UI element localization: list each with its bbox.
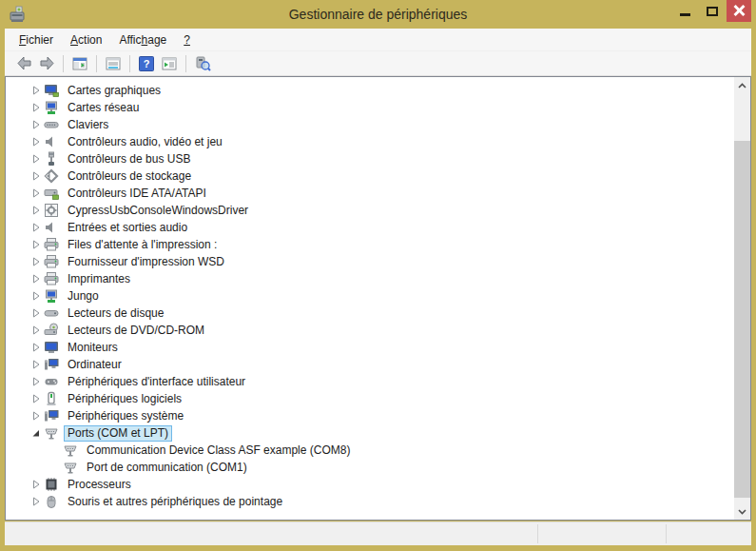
mouse-icon — [44, 494, 59, 509]
expander-icon[interactable] — [29, 494, 44, 509]
menu-item-fichier[interactable]: Fichier — [10, 30, 62, 49]
expander-icon[interactable] — [29, 117, 44, 132]
tree-item-cartes-reseau[interactable]: Cartes réseau — [6, 99, 734, 116]
tree-item-peripheriques-d-interface-utilisateur[interactable]: Périphériques d'interface utilisateur — [6, 373, 734, 390]
expander-icon[interactable] — [29, 323, 44, 338]
expander-icon[interactable] — [29, 408, 44, 423]
network-adapter-icon — [44, 288, 59, 304]
tree-item-label: Entrées et sorties audio — [64, 220, 191, 236]
expander-icon[interactable] — [29, 134, 44, 149]
toolbar-separator — [63, 55, 64, 72]
tree-item-lecteurs-de-disque[interactable]: Lecteurs de disque — [6, 305, 734, 322]
tree-item-controleurs-de-bus-usb[interactable]: Contrôleurs de bus USB — [6, 150, 734, 167]
tree-item-ordinateur[interactable]: Ordinateur — [6, 356, 734, 373]
tree-item-label: Cartes réseau — [64, 100, 143, 116]
tree-item-label: Périphériques logiciels — [64, 391, 185, 407]
tree-item-entrees-et-sorties-audio[interactable]: Entrées et sorties audio — [6, 219, 734, 236]
menu-item-action[interactable]: Action — [62, 30, 110, 49]
device-list-button[interactable] — [158, 53, 181, 74]
maximize-icon — [707, 7, 718, 16]
computer-icon — [44, 408, 59, 423]
tree-item-lecteurs-de-dvd-cd-rom[interactable]: Lecteurs de DVD/CD-ROM — [6, 322, 734, 339]
cd-drive-icon — [44, 323, 59, 338]
scan-hardware-changes-button[interactable] — [191, 53, 214, 74]
tree-item-label: CypressUsbConsoleWindowsDriver — [64, 203, 252, 219]
expander-icon[interactable] — [29, 425, 44, 441]
properties-button[interactable] — [102, 53, 125, 74]
properties-icon — [106, 56, 121, 71]
tree-item-jungo[interactable]: Jungo — [6, 287, 734, 305]
tree-item-ports-com-et-lpt[interactable]: Ports (COM et LPT) — [6, 424, 734, 442]
expander-icon[interactable] — [29, 305, 44, 321]
menubar: FichierActionAffichage? — [5, 29, 751, 51]
tree-item-communication-device-class-asf-example-com8[interactable]: Communication Device Class ASF example (… — [6, 442, 734, 459]
show-console-tree-button[interactable] — [68, 53, 91, 74]
tree-item-fournisseur-d-impression-wsd[interactable]: Fournisseur d'impression WSD — [6, 253, 734, 270]
toolbar-separator — [129, 55, 130, 72]
tree-item-label: Lecteurs de disque — [64, 305, 167, 322]
hid-icon — [44, 374, 59, 389]
tree-item-controleurs-de-stockage[interactable]: Contrôleurs de stockage — [6, 167, 734, 185]
expander-placeholder — [48, 443, 63, 458]
tree-item-files-d-attente-a-l-impression[interactable]: Files d'attente à l'impression : — [6, 236, 734, 253]
tree-item-controleurs-ide-ata-atapi[interactable]: Contrôleurs IDE ATA/ATAPI — [6, 185, 734, 202]
titlebar: Gestionnaire de périphériques — [0, 0, 756, 29]
minimize-button[interactable] — [671, 0, 699, 22]
forward-button[interactable] — [35, 53, 58, 74]
network-adapter-icon — [44, 100, 59, 115]
tree-item-label: Claviers — [64, 117, 112, 133]
tree-item-peripheriques-systeme[interactable]: Périphériques système — [6, 407, 734, 424]
tree-item-label: Contrôleurs audio, vidéo et jeu — [64, 134, 226, 150]
device-tree-panel: Cartes graphiques Cartes réseau Claviers… — [5, 76, 751, 521]
menu-item-help[interactable]: ? — [175, 30, 199, 49]
expander-icon[interactable] — [29, 374, 44, 389]
tree-item-moniteurs[interactable]: Moniteurs — [6, 339, 734, 356]
tree-item-controleurs-audio-video-et-jeu[interactable]: Contrôleurs audio, vidéo et jeu — [6, 133, 734, 150]
tree-item-peripheriques-logiciels[interactable]: Périphériques logiciels — [6, 390, 734, 407]
vertical-scrollbar[interactable] — [734, 77, 750, 520]
printer-icon — [44, 254, 59, 269]
expander-icon[interactable] — [29, 100, 44, 115]
tree-item-label: Périphériques d'interface utilisateur — [64, 374, 249, 390]
usb-icon — [44, 151, 59, 167]
tree-item-souris-et-autres-peripheriques-de-pointage[interactable]: Souris et autres périphériques de pointa… — [6, 493, 734, 510]
tree-item-claviers[interactable]: Claviers — [6, 116, 734, 133]
scroll-up-icon[interactable] — [734, 77, 750, 93]
monitor-icon — [44, 340, 59, 355]
expander-icon[interactable] — [29, 203, 44, 218]
help-button[interactable]: ? — [135, 53, 158, 74]
expander-icon[interactable] — [29, 83, 44, 98]
close-button[interactable] — [727, 0, 751, 22]
expander-icon[interactable] — [29, 477, 44, 492]
expander-icon[interactable] — [29, 186, 44, 201]
software-device-icon — [44, 391, 59, 406]
expander-icon[interactable] — [29, 168, 44, 184]
statusbar — [5, 521, 751, 545]
menu-item-affichage[interactable]: Affichage — [110, 30, 175, 49]
expander-icon[interactable] — [29, 340, 44, 355]
expander-icon[interactable] — [29, 254, 44, 269]
expander-icon[interactable] — [29, 288, 44, 304]
tree-item-processeurs[interactable]: Processeurs — [6, 476, 734, 493]
tree-item-cypressusbconsolewindowsdriver[interactable]: CypressUsbConsoleWindowsDriver — [6, 202, 734, 219]
scrollbar-thumb[interactable] — [734, 141, 750, 498]
expander-icon[interactable] — [29, 151, 44, 167]
serial-port-icon — [63, 460, 78, 475]
tree-item-imprimantes[interactable]: Imprimantes — [6, 270, 734, 287]
expander-icon[interactable] — [29, 220, 44, 235]
tree-item-label: Cartes graphiques — [64, 83, 165, 99]
tree-item-label: Contrôleurs de stockage — [64, 168, 195, 185]
expander-icon[interactable] — [29, 391, 44, 406]
scroll-down-icon[interactable] — [734, 503, 750, 520]
toolbar: ? — [5, 51, 751, 76]
expander-icon[interactable] — [29, 271, 44, 286]
maximize-button[interactable] — [699, 0, 727, 22]
back-button[interactable] — [12, 53, 35, 74]
expander-icon[interactable] — [29, 237, 44, 252]
minimize-icon — [680, 13, 690, 16]
tree-item-label: Moniteurs — [64, 340, 122, 356]
tree-item-port-de-communication-com1[interactable]: Port de communication (COM1) — [6, 459, 734, 476]
expander-icon[interactable] — [29, 357, 44, 372]
tree-item-cartes-graphiques[interactable]: Cartes graphiques — [6, 82, 734, 99]
tree-item-label: Fournisseur d'impression WSD — [64, 254, 228, 270]
